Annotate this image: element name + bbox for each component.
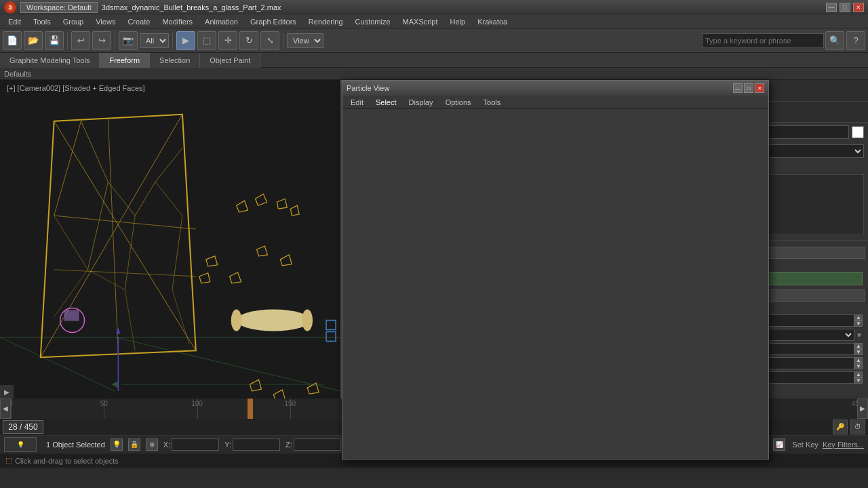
length-increment[interactable]: ▲ [854,343,863,349]
height-increment[interactable]: ▲ [854,371,863,378]
new-button[interactable]: 📄 [3,31,22,50]
menu-krakatoa[interactable]: Krakatoa [472,16,513,27]
status-lock-icon[interactable]: 🔒 [128,439,140,451]
particle-view-window: Particle View — □ ✕ Edit Select Display … [342,80,769,460]
scene-view[interactable] [0,80,340,399]
pv-menu-options[interactable]: Options [440,97,477,108]
particle-view-title: Particle View [347,84,389,92]
menu-tools[interactable]: Tools [28,16,56,27]
graphite-modeling-tools-tab[interactable]: Graphite Modeling Tools [0,53,100,68]
frame-label-150: 150 [284,400,296,407]
pv-menu-display[interactable]: Display [403,97,439,108]
width-decrement[interactable]: ▼ [854,363,863,369]
rotate-tool[interactable]: ↻ [239,31,258,50]
main-area: [+] [Camera002] [Shaded + Edged Faces] [0,80,868,399]
menu-customize[interactable]: Customize [350,16,396,27]
particle-view-titlebar[interactable]: Particle View — □ ✕ [342,81,768,96]
svg-rect-26 [64,310,79,321]
sub-toolbar: Graphite Modeling Tools Freeform Selecti… [0,53,868,68]
menu-modifiers[interactable]: Modifiers [157,16,198,27]
pv-maximize-button[interactable]: □ [744,83,753,93]
pv-minimize-button[interactable]: — [733,83,743,93]
selection-filter[interactable]: All [140,33,169,48]
svg-point-29 [231,310,242,331]
object-paint-tab[interactable]: Object Paint [200,53,260,68]
next-frame-button[interactable]: ▶ [857,399,868,419]
status-light-icon: 💡 [17,441,24,448]
key-mode-button[interactable]: 🔑 [833,420,848,434]
frame-label-0: 0 [11,400,13,407]
search-input[interactable] [702,33,824,48]
viewport-expand-button[interactable]: ▶ [0,385,14,399]
particle-view-content[interactable] [342,109,768,459]
z-label: Z: [285,441,292,449]
prev-frame-button[interactable]: ◀ [0,399,11,419]
toolbar-separator-1 [67,33,68,49]
pv-menu-select[interactable]: Select [370,97,402,108]
frame-playhead[interactable] [248,399,253,419]
length-spinner: ▲ ▼ [854,343,863,355]
app-logo: 3 [4,1,16,14]
title-filename: 3dsmax_dynamic_Bullet_breaks_a_glass_Par… [102,3,281,12]
move-tool[interactable]: ✛ [218,31,237,50]
maximize-button[interactable]: □ [840,3,850,12]
y-input[interactable] [233,439,280,451]
key-filters-label[interactable]: Key Filters... [823,441,864,449]
help-button[interactable]: ? [846,31,865,50]
viewport[interactable]: [+] [Camera002] [Shaded + Edged Faces] [0,80,342,399]
menu-rendering[interactable]: Rendering [303,16,349,27]
status-icon-panel: 💡 [4,437,37,452]
y-label: Y: [224,441,231,449]
pv-menu-edit[interactable]: Edit [345,97,369,108]
x-input[interactable] [172,439,219,451]
minimize-button[interactable]: — [826,3,837,12]
size-spinner: ▲ ▼ [854,314,863,327]
menu-animation[interactable]: Animation [199,16,243,27]
particle-view-controls: — □ ✕ [733,83,764,93]
selection-tab[interactable]: Selection [150,53,200,68]
menu-graph-editors[interactable]: Graph Editors [245,16,302,27]
status-bulb-icon[interactable]: 💡 [111,439,123,451]
width-increment[interactable]: ▲ [854,357,863,363]
scale-tool[interactable]: ⤡ [260,31,279,50]
redo-button[interactable]: ↪ [92,31,111,50]
select-tool[interactable]: ▶ [176,31,195,50]
menu-create[interactable]: Create [122,16,155,27]
open-button[interactable]: 📂 [24,31,43,50]
pv-close-button[interactable]: ✕ [755,83,764,93]
status-message: 1 Object Selected [46,441,105,449]
color-swatch[interactable] [852,126,864,138]
freeform-tab[interactable]: Freeform [100,53,150,68]
close-button[interactable]: ✕ [853,3,864,12]
mini-curve-icon[interactable]: 📈 [773,439,785,451]
length-decrement[interactable]: ▼ [854,349,863,355]
menu-edit[interactable]: Edit [3,16,26,27]
menu-maxscript[interactable]: MAXScript [397,16,443,27]
menu-group[interactable]: Group [58,16,90,27]
search-button[interactable]: 🔍 [825,31,844,50]
particle-view-menubar: Edit Select Display Options Tools [342,96,768,109]
frame-counter-input[interactable] [3,420,43,434]
pv-menu-tools[interactable]: Tools [478,97,507,108]
select-region[interactable]: ⬚ [197,31,216,50]
title-bar-controls: — □ ✕ [826,3,864,12]
height-decrement[interactable]: ▼ [854,378,863,384]
z-input[interactable] [294,439,341,451]
save-button[interactable]: 💾 [45,31,64,50]
status-transform-icon[interactable]: ⊕ [146,439,158,451]
viewport-mode-select[interactable]: View [287,33,323,48]
menu-bar: Edit Tools Group Views Create Modifiers … [0,15,868,28]
menu-views[interactable]: Views [90,16,121,27]
set-key-label: Set Key [792,441,818,449]
undo-button[interactable]: ↩ [71,31,90,50]
menu-help[interactable]: Help [445,16,471,27]
x-coord-field: X: [163,439,219,451]
workspace-selector[interactable]: Workspace: Default [20,2,98,13]
frame-label-100: 100 [191,400,203,407]
title-bar-left: 3 Workspace: Default 3dsmax_dynamic_Bull… [4,1,281,14]
size-increment[interactable]: ▲ [854,314,863,321]
main-toolbar: 📄 📂 💾 ↩ ↪ 📷 All ▶ ⬚ ✛ ↻ ⤡ View 🔍 ? [0,28,868,53]
time-config-button[interactable]: ⏱ [850,420,865,434]
size-decrement[interactable]: ▼ [854,321,863,327]
render-setup-button[interactable]: 📷 [119,31,138,50]
